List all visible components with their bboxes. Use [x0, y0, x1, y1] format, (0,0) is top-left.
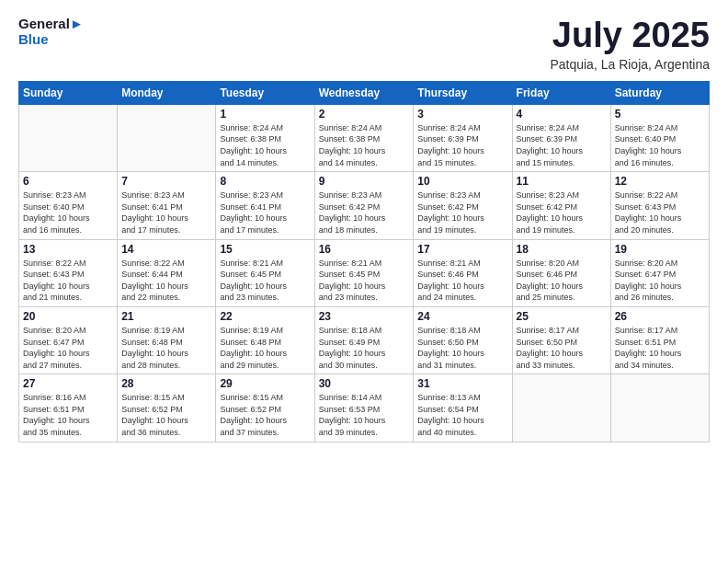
day-number: 8 — [220, 175, 310, 188]
day-number: 19 — [615, 243, 705, 256]
day-number: 23 — [319, 310, 410, 323]
week-row-2: 6Sunrise: 8:23 AM Sunset: 6:40 PM Daylig… — [19, 172, 710, 239]
day-number: 4 — [517, 108, 607, 121]
day-cell: 1Sunrise: 8:24 AM Sunset: 6:38 PM Daylig… — [216, 104, 314, 171]
day-cell: 4Sunrise: 8:24 AM Sunset: 6:39 PM Daylig… — [512, 104, 610, 171]
day-cell — [19, 104, 118, 171]
day-number: 7 — [121, 175, 211, 188]
day-info: Sunrise: 8:23 AM Sunset: 6:42 PM Dayligh… — [417, 190, 507, 236]
day-info: Sunrise: 8:23 AM Sunset: 6:42 PM Dayligh… — [319, 190, 410, 236]
day-number: 15 — [220, 243, 310, 256]
day-number: 31 — [417, 377, 507, 390]
day-cell: 2Sunrise: 8:24 AM Sunset: 6:38 PM Daylig… — [314, 104, 414, 171]
title-area: July 2025 Patquia, La Rioja, Argentina — [550, 17, 710, 72]
day-cell: 31Sunrise: 8:13 AM Sunset: 6:54 PM Dayli… — [414, 374, 512, 442]
header-thursday: Thursday — [414, 81, 512, 104]
day-number: 16 — [319, 243, 410, 256]
day-number: 18 — [517, 243, 607, 256]
day-info: Sunrise: 8:15 AM Sunset: 6:52 PM Dayligh… — [121, 392, 211, 438]
day-info: Sunrise: 8:20 AM Sunset: 6:47 PM Dayligh… — [615, 258, 705, 304]
day-number: 29 — [220, 377, 310, 390]
day-number: 13 — [23, 243, 113, 256]
day-info: Sunrise: 8:20 AM Sunset: 6:46 PM Dayligh… — [517, 258, 607, 304]
day-cell: 16Sunrise: 8:21 AM Sunset: 6:45 PM Dayli… — [314, 239, 414, 306]
header-friday: Friday — [512, 81, 610, 104]
header-sunday: Sunday — [19, 81, 118, 104]
calendar: Sunday Monday Tuesday Wednesday Thursday… — [18, 81, 710, 442]
day-cell: 5Sunrise: 8:24 AM Sunset: 6:40 PM Daylig… — [610, 104, 709, 171]
day-cell: 9Sunrise: 8:23 AM Sunset: 6:42 PM Daylig… — [314, 172, 414, 239]
day-cell: 29Sunrise: 8:15 AM Sunset: 6:52 PM Dayli… — [216, 374, 314, 442]
day-cell: 18Sunrise: 8:20 AM Sunset: 6:46 PM Dayli… — [512, 239, 610, 306]
day-cell — [610, 374, 709, 442]
day-cell: 13Sunrise: 8:22 AM Sunset: 6:43 PM Dayli… — [19, 239, 118, 306]
day-info: Sunrise: 8:18 AM Sunset: 6:50 PM Dayligh… — [417, 325, 507, 371]
day-number: 25 — [517, 310, 607, 323]
day-number: 22 — [220, 310, 310, 323]
day-cell: 25Sunrise: 8:17 AM Sunset: 6:50 PM Dayli… — [512, 306, 610, 373]
day-info: Sunrise: 8:23 AM Sunset: 6:42 PM Dayligh… — [517, 190, 607, 236]
day-info: Sunrise: 8:13 AM Sunset: 6:54 PM Dayligh… — [417, 392, 507, 438]
day-number: 21 — [121, 310, 211, 323]
day-cell: 20Sunrise: 8:20 AM Sunset: 6:47 PM Dayli… — [19, 306, 118, 373]
day-number: 17 — [417, 243, 507, 256]
week-row-3: 13Sunrise: 8:22 AM Sunset: 6:43 PM Dayli… — [19, 239, 710, 306]
day-number: 26 — [615, 310, 705, 323]
header-wednesday: Wednesday — [314, 81, 414, 104]
day-info: Sunrise: 8:22 AM Sunset: 6:44 PM Dayligh… — [121, 258, 211, 304]
day-info: Sunrise: 8:24 AM Sunset: 6:38 PM Dayligh… — [220, 122, 310, 168]
location-title: Patquia, La Rioja, Argentina — [550, 57, 710, 72]
day-info: Sunrise: 8:14 AM Sunset: 6:53 PM Dayligh… — [319, 392, 410, 438]
day-number: 27 — [23, 377, 113, 390]
day-info: Sunrise: 8:21 AM Sunset: 6:46 PM Dayligh… — [417, 258, 507, 304]
day-cell: 30Sunrise: 8:14 AM Sunset: 6:53 PM Dayli… — [314, 374, 414, 442]
day-cell: 12Sunrise: 8:22 AM Sunset: 6:43 PM Dayli… — [610, 172, 709, 239]
day-cell: 26Sunrise: 8:17 AM Sunset: 6:51 PM Dayli… — [610, 306, 709, 373]
day-info: Sunrise: 8:24 AM Sunset: 6:39 PM Dayligh… — [517, 122, 607, 168]
day-info: Sunrise: 8:16 AM Sunset: 6:51 PM Dayligh… — [23, 392, 113, 438]
day-number: 24 — [417, 310, 507, 323]
day-info: Sunrise: 8:21 AM Sunset: 6:45 PM Dayligh… — [319, 258, 410, 304]
day-number: 3 — [417, 108, 507, 121]
day-number: 6 — [23, 175, 113, 188]
day-info: Sunrise: 8:23 AM Sunset: 6:41 PM Dayligh… — [220, 190, 310, 236]
day-info: Sunrise: 8:17 AM Sunset: 6:51 PM Dayligh… — [615, 325, 705, 371]
day-number: 28 — [121, 377, 211, 390]
day-info: Sunrise: 8:24 AM Sunset: 6:38 PM Dayligh… — [319, 122, 410, 168]
page: General► Blue July 2025 Patquia, La Rioj… — [0, 0, 728, 563]
week-row-5: 27Sunrise: 8:16 AM Sunset: 6:51 PM Dayli… — [19, 374, 710, 442]
month-title: July 2025 — [550, 17, 710, 55]
day-cell: 7Sunrise: 8:23 AM Sunset: 6:41 PM Daylig… — [118, 172, 216, 239]
day-info: Sunrise: 8:23 AM Sunset: 6:41 PM Dayligh… — [121, 190, 211, 236]
logo: General► Blue — [18, 17, 84, 47]
day-info: Sunrise: 8:22 AM Sunset: 6:43 PM Dayligh… — [23, 258, 113, 304]
day-info: Sunrise: 8:15 AM Sunset: 6:52 PM Dayligh… — [220, 392, 310, 438]
day-info: Sunrise: 8:18 AM Sunset: 6:49 PM Dayligh… — [319, 325, 410, 371]
day-cell: 15Sunrise: 8:21 AM Sunset: 6:45 PM Dayli… — [216, 239, 314, 306]
day-cell: 21Sunrise: 8:19 AM Sunset: 6:48 PM Dayli… — [118, 306, 216, 373]
day-number: 1 — [220, 108, 310, 121]
day-cell: 22Sunrise: 8:19 AM Sunset: 6:48 PM Dayli… — [216, 306, 314, 373]
day-info: Sunrise: 8:19 AM Sunset: 6:48 PM Dayligh… — [220, 325, 310, 371]
day-number: 11 — [517, 175, 607, 188]
day-number: 5 — [615, 108, 705, 121]
day-number: 20 — [23, 310, 113, 323]
week-row-4: 20Sunrise: 8:20 AM Sunset: 6:47 PM Dayli… — [19, 306, 710, 373]
day-info: Sunrise: 8:23 AM Sunset: 6:40 PM Dayligh… — [23, 190, 113, 236]
week-row-1: 1Sunrise: 8:24 AM Sunset: 6:38 PM Daylig… — [19, 104, 710, 171]
day-cell: 10Sunrise: 8:23 AM Sunset: 6:42 PM Dayli… — [414, 172, 512, 239]
header-tuesday: Tuesday — [216, 81, 314, 104]
day-number: 9 — [319, 175, 410, 188]
day-cell: 17Sunrise: 8:21 AM Sunset: 6:46 PM Dayli… — [414, 239, 512, 306]
day-number: 2 — [319, 108, 410, 121]
day-cell: 19Sunrise: 8:20 AM Sunset: 6:47 PM Dayli… — [610, 239, 709, 306]
day-cell: 6Sunrise: 8:23 AM Sunset: 6:40 PM Daylig… — [19, 172, 118, 239]
day-number: 14 — [121, 243, 211, 256]
day-info: Sunrise: 8:17 AM Sunset: 6:50 PM Dayligh… — [517, 325, 607, 371]
day-cell — [512, 374, 610, 442]
day-info: Sunrise: 8:20 AM Sunset: 6:47 PM Dayligh… — [23, 325, 113, 371]
day-number: 30 — [319, 377, 410, 390]
day-info: Sunrise: 8:19 AM Sunset: 6:48 PM Dayligh… — [121, 325, 211, 371]
day-cell: 14Sunrise: 8:22 AM Sunset: 6:44 PM Dayli… — [118, 239, 216, 306]
day-cell: 8Sunrise: 8:23 AM Sunset: 6:41 PM Daylig… — [216, 172, 314, 239]
